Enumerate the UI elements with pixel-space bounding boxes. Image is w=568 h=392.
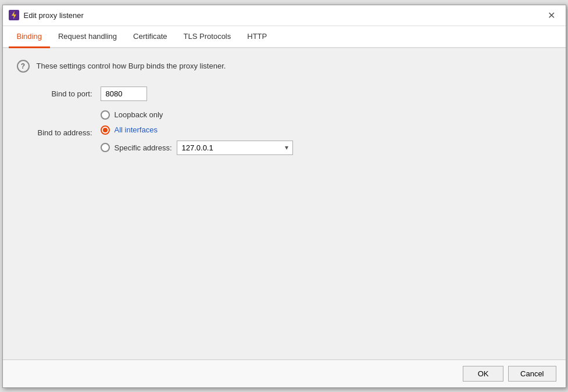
tab-certificate[interactable]: Certificate — [125, 26, 176, 48]
radio-loopback-label: Loopback only — [115, 110, 163, 119]
content-area: ? These settings control how Burp binds … — [3, 48, 566, 359]
tab-tls-protocols[interactable]: TLS Protocols — [176, 26, 240, 48]
radio-all-interfaces-label: All interfaces — [115, 125, 158, 134]
bind-to-address-row: Bind to address: Loopback only All inter… — [23, 110, 552, 155]
tab-bar: Binding Request handling Certificate TLS… — [3, 26, 566, 48]
bind-to-address-label: Bind to address: — [23, 128, 92, 137]
radio-all-interfaces-row[interactable]: All interfaces — [101, 125, 293, 135]
radio-specific-address[interactable] — [101, 143, 110, 152]
specific-address-select[interactable]: 127.0.0.1 0.0.0.0 ::1 — [177, 141, 293, 155]
specific-address-select-wrapper: 127.0.0.1 0.0.0.0 ::1 — [177, 141, 293, 155]
radio-group: Loopback only All interfaces Specific ad… — [101, 110, 293, 155]
title-bar: Edit proxy listener ✕ — [3, 5, 566, 26]
dialog-title: Edit proxy listener — [24, 11, 544, 20]
radio-all-interfaces[interactable] — [101, 125, 110, 135]
info-text: These settings control how Burp binds th… — [37, 60, 226, 71]
radio-specific-address-row: Specific address: 127.0.0.1 0.0.0.0 ::1 — [101, 141, 293, 155]
tab-request-handling[interactable]: Request handling — [50, 26, 125, 48]
footer: OK Cancel — [3, 359, 566, 387]
help-icon: ? — [17, 60, 30, 73]
bind-to-port-label: Bind to port: — [23, 89, 92, 98]
tab-binding[interactable]: Binding — [9, 26, 50, 48]
form-section: Bind to port: Bind to address: Loopback … — [23, 87, 552, 155]
close-button[interactable]: ✕ — [544, 7, 560, 23]
dialog-window: Edit proxy listener ✕ Binding Request ha… — [2, 5, 566, 388]
info-row: ? These settings control how Burp binds … — [17, 60, 552, 73]
lightning-icon — [9, 10, 19, 20]
bind-to-port-row: Bind to port: — [23, 87, 552, 101]
port-input[interactable] — [101, 87, 147, 101]
radio-loopback[interactable] — [101, 110, 110, 120]
tab-http[interactable]: HTTP — [239, 26, 275, 48]
ok-button[interactable]: OK — [463, 366, 503, 382]
cancel-button[interactable]: Cancel — [508, 366, 556, 382]
radio-loopback-row[interactable]: Loopback only — [101, 110, 293, 120]
radio-specific-address-label: Specific address: — [115, 143, 172, 152]
